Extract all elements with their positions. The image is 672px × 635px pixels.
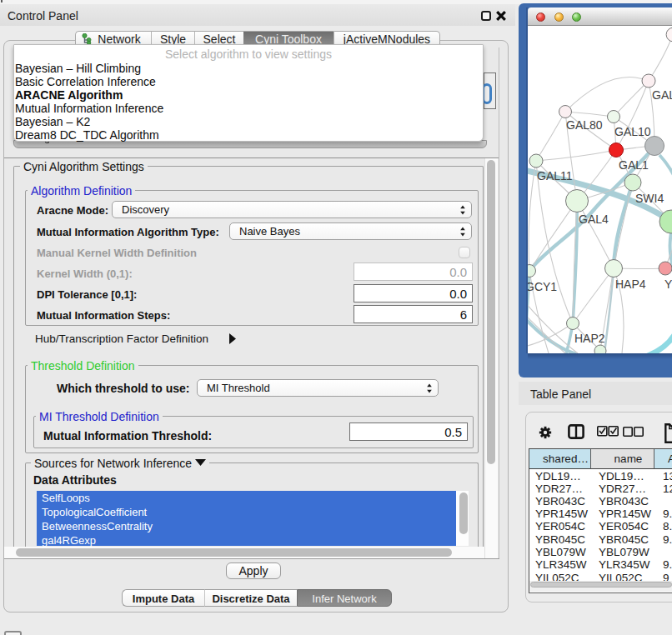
svg-text:HAP4: HAP4	[615, 278, 646, 291]
svg-text:GCY1: GCY1	[528, 280, 557, 293]
svg-text:GAL11: GAL11	[537, 169, 573, 182]
svg-text:HAP2: HAP2	[574, 332, 605, 345]
svg-text:Y: Y	[664, 278, 672, 291]
svg-text:GAL10: GAL10	[614, 125, 651, 138]
svg-text:GAL80: GAL80	[566, 118, 603, 132]
svg-text:SWI4: SWI4	[635, 192, 664, 205]
svg-text:GAL1: GAL1	[619, 158, 649, 172]
svg-text:GAL4: GAL4	[579, 212, 609, 226]
svg-text:GAL: GAL	[652, 88, 672, 102]
